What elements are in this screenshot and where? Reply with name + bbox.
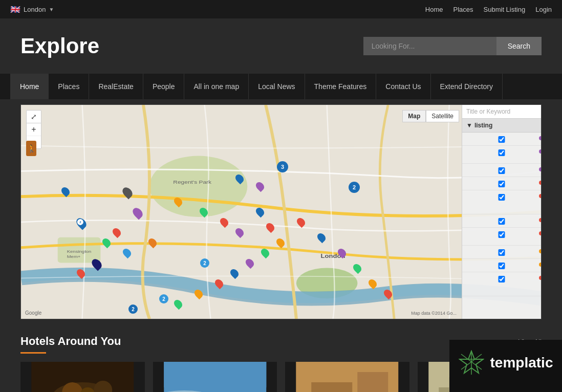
svg-rect-16 [164, 362, 266, 387]
map-section-label: listing [474, 122, 492, 129]
nav-realestate[interactable]: RealEstate [89, 74, 143, 99]
map-data-text: Map data ©2014 Go... [411, 311, 457, 316]
hero-search-bar: Search [363, 37, 542, 55]
map-person-icon[interactable]: 🚶 [26, 141, 36, 156]
category-dot [539, 249, 541, 253]
nav-people[interactable]: People [143, 74, 185, 99]
map-category-item: Health & Medical [462, 272, 541, 296]
hotel-image-1 [20, 362, 145, 392]
category-dot [539, 276, 541, 280]
map-sidebar: ▼ listing Acupunture Amusement Parks Apa… [462, 105, 541, 319]
topbar: 🇬🇧 London ▼ Home Places Submit Listing L… [0, 0, 562, 18]
chevron-down-icon: ▼ [49, 7, 54, 12]
category-checkbox-bars[interactable] [466, 181, 537, 187]
svg-rect-18 [311, 382, 352, 392]
hotel-card-3[interactable]: ★ ★ ★ ★ ★ [285, 362, 409, 392]
hotel-card-2[interactable]: ★ ★ ★ ★ ★ [153, 362, 277, 392]
map-type-map-button[interactable]: Map [402, 110, 426, 122]
nav-extend-directory[interactable]: Extend Directory [431, 74, 503, 99]
hotels-divider [20, 352, 46, 354]
map-category-item: Amusement Parks [462, 146, 541, 164]
hotel-image-3 [285, 362, 409, 392]
page-title: Explore [20, 34, 99, 58]
category-dot [539, 136, 541, 140]
google-watermark: Google [25, 310, 41, 316]
hero-search-input[interactable] [363, 37, 496, 55]
map-cluster-pin[interactable]: 2 [349, 182, 360, 193]
map-cluster-pin[interactable]: 2 [200, 258, 209, 268]
map-cluster-pin[interactable]: 2 [159, 294, 168, 303]
topbar-nav: Home Places Submit Listing Login [425, 6, 552, 13]
nav-local-news[interactable]: Local News [249, 74, 305, 99]
map-cluster-pin[interactable]: 3 [277, 161, 288, 172]
hotels-title: Hotels Around You [20, 335, 121, 348]
svg-text:Kensington: Kensington [67, 249, 92, 253]
category-checkbox-books[interactable] [466, 194, 537, 201]
category-checkbox-acupunture[interactable] [466, 136, 537, 143]
svg-text:Mem+: Mem+ [67, 254, 81, 258]
map-cluster-pin[interactable]: 2 [128, 304, 138, 314]
category-checkbox-apartments[interactable] [466, 167, 537, 174]
map-category-item: Books & Mags [462, 190, 541, 214]
category-dot [539, 194, 541, 198]
promo-card[interactable]: templatic [449, 340, 562, 392]
map-zoom-in-button[interactable]: + [27, 123, 41, 136]
map-category-item: Apartments [462, 164, 541, 177]
category-checkbox-entertainment[interactable] [466, 249, 537, 256]
category-checkbox-health[interactable] [466, 276, 537, 282]
svg-point-1 [149, 156, 247, 217]
category-checkbox-clubs[interactable] [466, 218, 537, 225]
nav-contact-us[interactable]: Contact Us [376, 74, 430, 99]
category-checkbox-commercial[interactable] [466, 231, 537, 238]
hero-section: Explore Search [0, 18, 562, 74]
category-dot [539, 218, 541, 222]
category-dot [539, 231, 541, 235]
map-category-item: Acupunture [462, 133, 541, 146]
topbar-places-link[interactable]: Places [453, 6, 473, 13]
main-navbar: Home Places RealEstate People All in one… [0, 74, 562, 99]
map-category-item: Entertainment [462, 246, 541, 259]
map-category-item: Bars [462, 177, 541, 190]
map-category-item: Clubs [462, 214, 541, 228]
map-category-item: Commercial Places [462, 228, 541, 246]
map-category-item: Fashion [462, 259, 541, 272]
location-label: London [24, 6, 46, 13]
flag-icon: 🇬🇧 [10, 5, 20, 14]
nav-places[interactable]: Places [49, 74, 89, 99]
svg-rect-19 [357, 372, 388, 392]
promo-star-icon [459, 350, 484, 376]
category-dot [539, 263, 541, 267]
category-checkbox-amusement[interactable] [466, 149, 537, 156]
hero-search-button[interactable]: Search [496, 37, 542, 55]
nav-theme-features[interactable]: Theme Features [305, 74, 377, 99]
map-keyword-input[interactable] [462, 105, 541, 119]
topbar-submit-link[interactable]: Submit Listing [484, 6, 526, 13]
nav-all-in-one-map[interactable]: All in one map [184, 74, 249, 99]
hotel-image-2 [153, 362, 277, 392]
category-dot [539, 167, 541, 171]
map-section-arrow: ▼ [466, 122, 472, 129]
nav-home[interactable]: Home [10, 74, 49, 99]
map-wrapper[interactable]: Regent's Park London Kensington Mem+ Ber… [20, 104, 542, 319]
map-expand-button[interactable]: ⤢ [27, 111, 41, 123]
map-type-satellite-button[interactable]: Satellite [426, 110, 459, 122]
topbar-home-link[interactable]: Home [425, 6, 443, 13]
topbar-login-link[interactable]: Login [535, 6, 552, 13]
map-section: Regent's Park London Kensington Mem+ Ber… [0, 99, 562, 324]
svg-text:Regent's Park: Regent's Park [173, 179, 211, 185]
category-checkbox-fashion[interactable] [466, 263, 537, 269]
category-dot [539, 149, 541, 154]
hotel-card-1[interactable]: ★ ★ ★ ★ ★ [20, 362, 145, 392]
location-selector[interactable]: 🇬🇧 London ▼ [10, 5, 54, 14]
category-dot [539, 181, 541, 185]
map-section-header: ▼ listing [462, 119, 541, 133]
promo-brand-name: templatic [490, 355, 553, 371]
map-type-buttons: Map Satellite [402, 110, 459, 122]
promo-logo: templatic [459, 350, 553, 376]
